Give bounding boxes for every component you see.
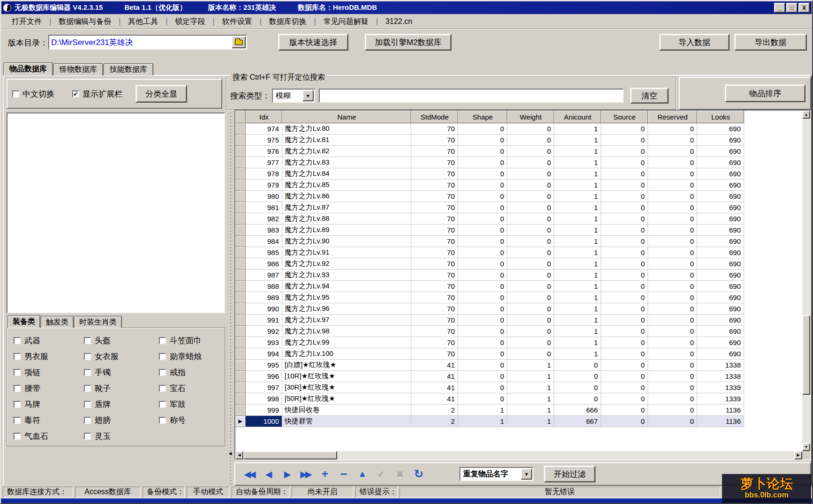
category-listbox[interactable] bbox=[7, 113, 225, 313]
filter-checkbox-勋章蜡烛[interactable]: 勋章蜡烛 bbox=[159, 351, 229, 362]
table-row[interactable]: 976魔方之力Lv.827000100690 bbox=[235, 146, 802, 157]
refresh-button[interactable]: ↻ bbox=[411, 467, 427, 481]
clear-search-button[interactable]: 清空 bbox=[630, 88, 669, 104]
table-row[interactable]: 978魔方之力Lv.847000100690 bbox=[235, 168, 802, 180]
table-row[interactable]: 996[10R]★红玫瑰★41010001338 bbox=[235, 371, 802, 382]
filter-checkbox-武器[interactable]: 武器 bbox=[14, 335, 84, 346]
tab-category-1[interactable]: 装备类 bbox=[8, 315, 40, 328]
collapse-left-icon[interactable]: ◀ bbox=[227, 447, 233, 459]
tab-category-3[interactable]: 时装生肖类 bbox=[74, 316, 122, 328]
item-sort-button[interactable]: 物品排序 bbox=[725, 84, 805, 102]
table-row[interactable]: 997[30R]★红玫瑰★41010001339 bbox=[235, 382, 802, 393]
filter-checkbox-毒符[interactable]: 毒符 bbox=[14, 415, 84, 426]
scroll-down-icon[interactable]: ▼ bbox=[802, 443, 810, 451]
table-row[interactable]: 992魔方之力Lv.987000100690 bbox=[235, 326, 802, 337]
filter-checkbox-灵玉[interactable]: 灵玉 bbox=[84, 431, 159, 442]
filter-checkbox-气血石[interactable]: 气血石 bbox=[14, 431, 84, 442]
chinese-toggle-checkbox[interactable]: 中文切换 bbox=[12, 89, 54, 99]
menu-item-2[interactable]: 数据编辑与备份 bbox=[54, 15, 116, 28]
column-header-source[interactable]: Source bbox=[601, 111, 648, 123]
table-row[interactable]: 980魔方之力Lv.867000100690 bbox=[235, 191, 802, 202]
horizontal-scroll-thumb[interactable] bbox=[243, 451, 337, 459]
table-row[interactable]: 975魔方之力Lv.817000100690 bbox=[235, 135, 802, 146]
vertical-scrollbar[interactable]: ▲ ▼ bbox=[802, 111, 810, 451]
filter-checkbox-宝石[interactable]: 宝石 bbox=[159, 383, 229, 394]
table-row[interactable]: 982魔方之力Lv.887000100690 bbox=[235, 213, 802, 225]
last-record-button[interactable]: ▶▶ bbox=[298, 467, 314, 481]
prior-record-button[interactable]: ◀ bbox=[261, 467, 277, 481]
maximize-button[interactable]: □ bbox=[786, 3, 798, 13]
chevron-down-icon[interactable]: ▼ bbox=[521, 468, 532, 480]
edit-record-button[interactable]: ▲ bbox=[354, 467, 370, 481]
browse-folder-button[interactable] bbox=[232, 36, 246, 48]
table-row[interactable]: 987魔方之力Lv.937000100690 bbox=[235, 270, 802, 281]
first-record-button[interactable]: ◀◀ bbox=[242, 467, 258, 481]
version-dir-input[interactable] bbox=[49, 38, 232, 47]
column-header-idx[interactable]: Idx bbox=[246, 111, 282, 123]
filter-checkbox-女衣服[interactable]: 女衣服 bbox=[84, 351, 159, 362]
search-input[interactable] bbox=[319, 89, 624, 103]
import-data-button[interactable]: 导入数据 bbox=[659, 34, 730, 51]
filter-type-dropdown[interactable]: 重复物品名字 ▼ bbox=[459, 467, 534, 481]
table-row[interactable]: 985魔方之力Lv.917000100690 bbox=[235, 247, 802, 258]
menu-item-6[interactable]: 数据库切换 bbox=[264, 15, 311, 28]
column-header-stdmode[interactable]: StdMode bbox=[411, 111, 458, 123]
filter-checkbox-头盔[interactable]: 头盔 bbox=[84, 335, 159, 346]
start-filter-button[interactable]: 开始过滤 bbox=[544, 466, 595, 482]
show-extended-checkbox[interactable]: ✔ 显示扩展栏 bbox=[72, 89, 122, 99]
insert-record-button[interactable]: + bbox=[317, 467, 333, 481]
column-header-shape[interactable]: Shape bbox=[458, 111, 507, 123]
minimize-button[interactable]: _ bbox=[774, 3, 785, 13]
table-row[interactable]: ▶1000快捷群管211667001136 bbox=[235, 416, 802, 427]
tab-category-2[interactable]: 触发类 bbox=[41, 316, 74, 328]
scroll-left-icon[interactable]: ◀ bbox=[235, 451, 243, 459]
table-row[interactable]: 993魔方之力Lv.997000100690 bbox=[235, 337, 802, 348]
tab-db-1[interactable]: 物品数据库 bbox=[3, 62, 53, 75]
load-engine-db-button[interactable]: 加载引擎M2数据库 bbox=[365, 34, 452, 51]
show-all-categories-button[interactable]: 分类全显 bbox=[136, 85, 187, 103]
filter-checkbox-男衣服[interactable]: 男衣服 bbox=[14, 351, 84, 362]
table-row[interactable]: 998[50R]★红玫瑰★41010001339 bbox=[235, 393, 802, 405]
scroll-right-icon[interactable]: ▶ bbox=[794, 451, 802, 459]
delete-record-button[interactable]: − bbox=[336, 467, 352, 481]
tab-db-2[interactable]: 怪物数据库 bbox=[53, 63, 103, 75]
column-header-looks[interactable]: Looks bbox=[697, 111, 744, 123]
search-type-dropdown[interactable]: 模糊 ▼ bbox=[272, 89, 315, 103]
table-row[interactable]: 991魔方之力Lv.977000100690 bbox=[235, 315, 802, 326]
panel-splitter[interactable]: ◀ bbox=[228, 113, 233, 488]
column-header-anicount[interactable]: Anicount bbox=[554, 111, 601, 123]
table-row[interactable]: 999快捷回收卷211666001136 bbox=[235, 405, 802, 416]
table-row[interactable]: 989魔方之力Lv.957000100690 bbox=[235, 292, 802, 303]
filter-checkbox-马牌[interactable]: 马牌 bbox=[14, 399, 84, 410]
vertical-scroll-thumb[interactable] bbox=[802, 315, 810, 395]
chevron-down-icon[interactable]: ▼ bbox=[302, 90, 314, 101]
filter-checkbox-腰带[interactable]: 腰带 bbox=[14, 383, 84, 394]
filter-checkbox-军鼓[interactable]: 军鼓 bbox=[159, 399, 229, 410]
scroll-up-icon[interactable]: ▲ bbox=[802, 111, 810, 119]
column-header-name[interactable]: Name bbox=[282, 111, 411, 123]
menu-item-7[interactable]: 常见问题解疑 bbox=[319, 15, 373, 28]
table-row[interactable]: 977魔方之力Lv.837000100690 bbox=[235, 157, 802, 168]
filter-checkbox-盾牌[interactable]: 盾牌 bbox=[84, 399, 159, 410]
table-row[interactable]: 994魔方之力Lv.1007000100690 bbox=[235, 348, 802, 360]
table-row[interactable]: 990魔方之力Lv.967000100690 bbox=[235, 303, 802, 315]
table-row[interactable]: 981魔方之力Lv.877000100690 bbox=[235, 202, 802, 213]
horizontal-scrollbar[interactable]: ◀ ▶ bbox=[235, 451, 802, 459]
table-row[interactable]: 974魔方之力Lv.807000100690 bbox=[235, 123, 802, 135]
filter-checkbox-称号[interactable]: 称号 bbox=[159, 415, 229, 426]
export-data-button[interactable]: 导出数据 bbox=[734, 34, 807, 51]
filter-checkbox-手镯[interactable]: 手镯 bbox=[84, 367, 159, 378]
filter-checkbox-靴子[interactable]: 靴子 bbox=[84, 383, 159, 394]
table-row[interactable]: 988魔方之力Lv.947000100690 bbox=[235, 281, 802, 292]
filter-checkbox-斗笠面巾[interactable]: 斗笠面巾 bbox=[159, 335, 229, 346]
table-row[interactable]: 984魔方之力Lv.907000100690 bbox=[235, 236, 802, 247]
menu-item-3[interactable]: 其他工具 bbox=[123, 15, 163, 28]
menu-item-8[interactable]: 3122.cn bbox=[381, 16, 417, 27]
column-header-reserved[interactable]: Reserved bbox=[648, 111, 697, 123]
table-row[interactable]: 983魔方之力Lv.897000100690 bbox=[235, 225, 802, 236]
filter-checkbox-戒指[interactable]: 戒指 bbox=[159, 367, 229, 378]
menu-item-4[interactable]: 锁定字段 bbox=[170, 15, 210, 28]
close-button[interactable]: X bbox=[798, 3, 810, 13]
filter-checkbox-项链[interactable]: 项链 bbox=[14, 367, 84, 378]
filter-checkbox-翅膀[interactable]: 翅膀 bbox=[84, 415, 159, 426]
